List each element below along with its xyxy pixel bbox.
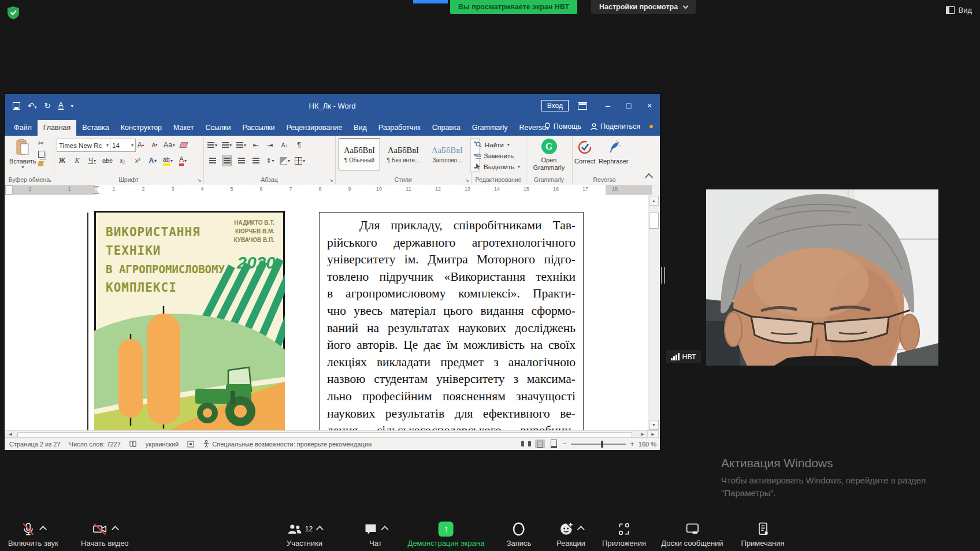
participants-button[interactable]: 12 Участники (287, 520, 322, 548)
tab-7[interactable]: Рецензирование (281, 120, 348, 136)
share-button[interactable]: Поделиться (591, 122, 640, 131)
horizontal-scroll-thumb[interactable] (17, 432, 632, 438)
close-button[interactable]: × (639, 94, 660, 117)
replace-button[interactable]: ab Заменить (476, 150, 520, 161)
web-layout-button[interactable] (549, 440, 559, 448)
whiteboards-button[interactable]: Доски сообщений (661, 520, 723, 548)
change-case-button[interactable]: Аа▾ (164, 139, 175, 151)
borders-button[interactable]: ▾ (295, 155, 305, 166)
chat-button[interactable]: Чат (364, 520, 388, 548)
shrink-font-button[interactable]: А▾ (150, 139, 159, 151)
dialog-launcher-icon[interactable]: ↘ (47, 177, 52, 183)
start-video-button[interactable]: Начать видео (81, 520, 129, 548)
document-text-line[interactable]: в агропромисловому комплексі». Практи- (327, 285, 576, 303)
document-text-line[interactable]: льно професійним поясненням значущості (327, 388, 576, 405)
zoom-level[interactable]: 160 % (639, 441, 656, 448)
show-marks-button[interactable]: ¶ (294, 139, 304, 151)
scroll-up-icon[interactable]: ▲ (649, 196, 659, 206)
grow-font-button[interactable]: А▴ (136, 139, 146, 151)
tab-9[interactable]: Разработчик (373, 120, 426, 136)
bold-button[interactable]: Ж (57, 155, 67, 166)
notes-button[interactable]: Примечания (741, 520, 784, 548)
italic-button[interactable]: К (72, 155, 82, 166)
font-name-select[interactable]: Times New Rc▾ (57, 139, 111, 152)
zoom-slider-thumb[interactable] (601, 441, 603, 448)
document-text-line[interactable]: чно увесь матеріал цього видання сформо- (327, 303, 576, 320)
tab-2[interactable]: Вставка (76, 120, 114, 136)
scroll-down-icon[interactable]: ▼ (649, 420, 659, 430)
underline-button[interactable]: Ч▾ (87, 155, 97, 166)
reactions-button[interactable]: Реакции (556, 520, 585, 548)
encryption-shield-icon[interactable] (7, 6, 20, 20)
font-style-icon[interactable]: А (58, 102, 64, 110)
multilevel-list-button[interactable]: ▾ (236, 139, 246, 151)
view-button[interactable]: Вид (946, 6, 972, 14)
record-button[interactable]: Запись (507, 520, 532, 548)
tab-11[interactable]: Grammarly (466, 120, 514, 136)
style-no-spacing[interactable]: АаБбВвІ ¶ Без инте... (383, 138, 424, 170)
document-text-line[interactable]: його авторів. Це дає їм можливість на св… (327, 337, 576, 354)
participant-video[interactable] (706, 189, 938, 366)
vertical-scroll-thumb[interactable] (649, 213, 659, 229)
macro-icon[interactable] (187, 441, 194, 448)
tab-3[interactable]: Конструктор (115, 120, 168, 136)
decrease-indent-button[interactable]: ⇤ (251, 139, 261, 151)
page-indicator[interactable]: Страница 2 из 27 (9, 441, 61, 448)
tab-0[interactable]: Файл (8, 120, 38, 136)
increase-indent-button[interactable]: ⇥ (265, 139, 275, 151)
find-button[interactable]: Найти▾ (476, 139, 520, 150)
line-spacing-button[interactable]: ⇕▾ (265, 155, 275, 166)
share-screen-button[interactable]: ↑ Демонстрация экрана (408, 520, 485, 548)
redo-icon[interactable]: ↻ (44, 101, 51, 110)
maximize-button[interactable]: □ (618, 94, 639, 117)
apps-button[interactable]: Приложения (602, 520, 646, 548)
correct-button[interactable]: Correct (574, 140, 595, 165)
chevron-up-icon[interactable] (381, 526, 389, 533)
chevron-up-icon[interactable] (112, 526, 119, 533)
align-left-button[interactable] (207, 155, 217, 166)
document-text-line[interactable]: назвою студентам університету з максима- (327, 371, 576, 388)
tab-8[interactable]: Вид (348, 120, 373, 136)
align-right-button[interactable] (236, 155, 246, 166)
chevron-up-icon[interactable] (577, 526, 585, 533)
document-text-line[interactable]: ваний на результатах наукових досліджень (327, 320, 576, 337)
document-text-line[interactable]: рійського державного агротехнологічного (327, 234, 576, 252)
collapse-ribbon-icon[interactable] (645, 173, 653, 181)
text-frame[interactable]: Для прикладу, співробітниками Тав-рійськ… (319, 212, 584, 430)
vertical-scrollbar[interactable]: ▲ ▼ (648, 195, 659, 430)
unmute-button[interactable]: Включить звук (8, 520, 58, 548)
minimize-button[interactable]: – (597, 94, 618, 117)
bullets-button[interactable]: ▾ (207, 139, 217, 151)
tab-1[interactable]: Главная (38, 120, 77, 136)
document-text-line[interactable]: товлено підручник «Використання техніки (327, 269, 576, 286)
scroll-left-icon[interactable]: ◀ (7, 431, 14, 437)
panel-resize-handle[interactable] (661, 267, 665, 284)
ribbon-display-options-icon[interactable] (578, 102, 587, 110)
align-center-button[interactable] (222, 155, 232, 166)
shading-button[interactable]: ▾ (280, 155, 290, 166)
document-text-line[interactable]: університету ім. Дмитра Моторного підго- (327, 251, 576, 269)
dialog-launcher-icon[interactable]: ↘ (197, 177, 202, 183)
tab-5[interactable]: Ссылки (199, 120, 236, 136)
document-text-line[interactable]: наукових результатів для ефективного ве- (327, 405, 576, 423)
superscript-button[interactable]: x² (133, 155, 143, 166)
font-color-button[interactable]: А▾ (178, 155, 188, 166)
highlight-button[interactable]: ab▾ (163, 155, 173, 166)
subscript-button[interactable]: x₂ (118, 155, 128, 166)
strikethrough-button[interactable]: abc (102, 155, 113, 166)
tab-10[interactable]: Справка (426, 120, 466, 136)
justify-button[interactable] (251, 155, 261, 166)
print-layout-button[interactable] (535, 440, 545, 448)
chevron-up-icon[interactable] (316, 526, 324, 533)
rephraser-button[interactable]: Rephraser (599, 140, 628, 165)
document-text-line[interactable]: дення сільськогосподарського виробниц- (327, 422, 576, 430)
zoom-in-icon[interactable]: + (630, 441, 634, 447)
font-size-select[interactable]: 14▾ (110, 139, 136, 152)
cut-icon[interactable]: ✂ (38, 139, 44, 147)
document-text[interactable]: Для прикладу, співробітниками Тав-рійськ… (320, 213, 583, 430)
zoom-out-icon[interactable]: − (563, 441, 567, 447)
document-canvas[interactable]: ВИКОРИСТАННЯ ТЕХНІКИ В АГРОПРОМИСЛОВОМУ … (5, 195, 648, 430)
sort-button[interactable]: А↓ (280, 139, 289, 151)
zoom-slider[interactable] (571, 444, 626, 445)
dialog-launcher-icon[interactable]: ↘ (329, 177, 333, 183)
